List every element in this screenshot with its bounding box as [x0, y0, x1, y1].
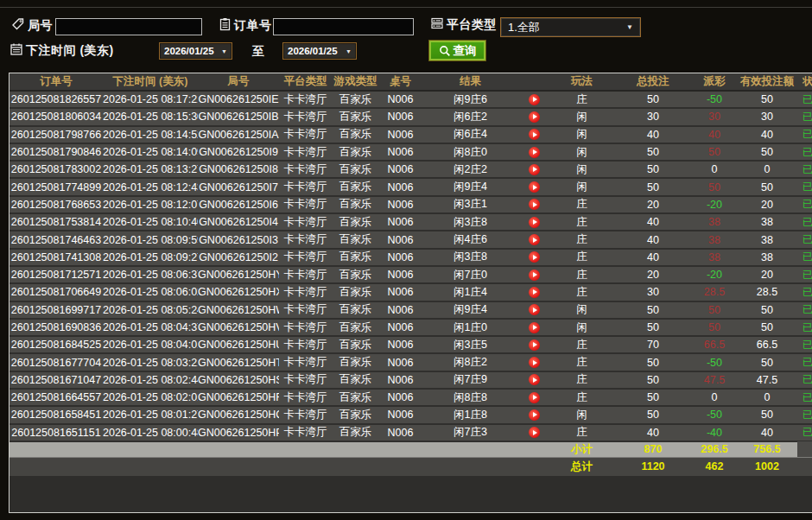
cell-play: 庄	[549, 338, 614, 352]
play-icon[interactable]	[529, 287, 540, 298]
play-icon[interactable]	[529, 147, 540, 158]
play-icon[interactable]	[529, 304, 540, 315]
cell-status: 已结算	[797, 215, 812, 230]
cell-play-icon	[519, 392, 549, 403]
date-to-select[interactable]: 2026/01/25 ▼	[282, 42, 357, 60]
cell-play-icon	[519, 234, 549, 245]
cell-platform: 卡卡湾厅	[279, 355, 332, 370]
cell-total-bet: 50	[614, 93, 692, 105]
date-from-select[interactable]: 2026/01/25 ▼	[159, 42, 232, 60]
table-row[interactable]: 2601250818265572026-01-25 08:17:21GN0062…	[10, 92, 812, 109]
cell-play: 庄	[549, 232, 614, 247]
order-no-filter: 订单号	[219, 17, 272, 35]
column-header-result: 结果	[422, 74, 519, 89]
cell-play-icon	[519, 427, 549, 438]
play-icon[interactable]	[529, 392, 540, 403]
cell-status: 已结算	[797, 320, 812, 335]
cell-platform: 卡卡湾厅	[279, 390, 332, 405]
cell-payout: 38	[692, 251, 737, 263]
cell-order: 260125081684525	[10, 339, 103, 351]
cell-table-no: N006	[379, 111, 422, 123]
play-icon[interactable]	[529, 129, 540, 140]
play-icon[interactable]	[529, 94, 540, 105]
table-row[interactable]: 2601250816845252026-01-25 08:04:01GN0062…	[10, 337, 812, 354]
cell-time: 2026-01-25 08:17:21	[103, 93, 198, 105]
column-header-payout: 派彩	[692, 74, 737, 89]
play-icon[interactable]	[529, 374, 540, 385]
cell-order: 260125081677704	[10, 357, 103, 369]
cell-game-no: GN006261250IB	[198, 111, 279, 123]
cell-payout: 38	[692, 216, 737, 228]
table-row[interactable]: 2601250816645572026-01-25 08:02:01GN0062…	[10, 390, 812, 407]
play-icon[interactable]	[529, 251, 540, 263]
table-row[interactable]: 2601250816777042026-01-25 08:03:21GN0062…	[10, 354, 812, 371]
cell-platform: 卡卡湾厅	[279, 408, 332, 422]
total-play: 总计	[549, 460, 614, 474]
cell-game-type: 百家乐	[332, 110, 379, 124]
query-button[interactable]: 查询	[428, 40, 486, 61]
cell-platform: 卡卡湾厅	[279, 372, 332, 387]
cell-valid-bet: 38	[737, 251, 797, 263]
cell-game-type: 百家乐	[332, 408, 379, 422]
cell-platform: 卡卡湾厅	[279, 250, 332, 264]
order-no-input[interactable]	[273, 18, 414, 35]
cell-play-icon	[519, 251, 549, 263]
cell-time: 2026-01-25 08:09:59	[103, 234, 198, 246]
table-row[interactable]: 2601250816908362026-01-25 08:04:37GN0062…	[10, 320, 812, 337]
cell-total-bet: 50	[614, 391, 692, 403]
play-icon[interactable]	[529, 199, 540, 210]
table-row[interactable]: 2601250817830022026-01-25 08:13:27GN0062…	[10, 162, 812, 179]
cell-order: 260125081783002	[10, 163, 103, 175]
cell-time: 2026-01-25 08:00:48	[103, 427, 198, 439]
total-total-bet: 1120	[614, 460, 692, 472]
table-row[interactable]: 2601250818060342026-01-25 08:15:30GN0062…	[10, 109, 812, 126]
cell-time: 2026-01-25 08:14:09	[103, 146, 198, 158]
play-icon[interactable]	[529, 409, 540, 421]
table-row[interactable]: 2601250816710472026-01-25 08:02:44GN0062…	[10, 372, 812, 390]
play-icon[interactable]	[529, 270, 540, 281]
play-icon[interactable]	[529, 217, 540, 228]
cell-platform: 卡卡湾厅	[279, 232, 332, 247]
cell-play-icon	[519, 304, 549, 315]
table-row[interactable]: 2601250817413082026-01-25 08:09:27GN0062…	[10, 250, 812, 267]
table-row[interactable]: 2601250817538142026-01-25 08:10:40GN0062…	[10, 214, 812, 231]
play-icon[interactable]	[529, 357, 540, 368]
cell-game-no: GN006261250IE	[198, 93, 279, 105]
table-row[interactable]: 2601250816997172026-01-25 08:05:24GN0062…	[10, 302, 812, 320]
play-icon[interactable]	[529, 164, 540, 175]
cell-time: 2026-01-25 08:05:24	[103, 304, 198, 316]
play-icon[interactable]	[529, 322, 540, 333]
play-icon[interactable]	[529, 234, 540, 245]
table-row[interactable]: 2601250816511512026-01-25 08:00:48GN0062…	[10, 425, 812, 442]
cell-time: 2026-01-25 08:09:27	[103, 251, 198, 263]
game-no-input[interactable]	[55, 18, 202, 35]
table-row[interactable]: 2601250817125712026-01-25 08:06:37GN0062…	[10, 267, 812, 284]
table-row[interactable]: 2601250816584512026-01-25 08:01:27GN0062…	[10, 407, 812, 424]
table-row[interactable]: 2601250817748992026-01-25 08:12:43GN0062…	[10, 179, 812, 196]
table-row[interactable]: 2601250817908462026-01-25 08:14:09GN0062…	[10, 144, 812, 162]
table-row[interactable]: 2601250817987662026-01-25 08:14:52GN0062…	[10, 127, 812, 144]
table-row[interactable]: 2601250817686532026-01-25 08:12:07GN0062…	[10, 197, 812, 214]
cell-platform: 卡卡湾厅	[279, 180, 332, 194]
cell-status: 已结算	[797, 127, 812, 142]
cell-platform: 卡卡湾厅	[279, 425, 332, 440]
play-icon[interactable]	[529, 111, 540, 123]
bet-records-table: 订单号下注时间 (美东)局号平台类型游戏类型桌号结果玩法总投注派彩有效投注额状态…	[9, 73, 812, 513]
play-icon[interactable]	[529, 339, 540, 351]
platform-select-value: 1.全部	[508, 20, 540, 35]
cell-payout: 28.5	[692, 286, 737, 298]
play-icon[interactable]	[529, 427, 540, 438]
cell-play: 庄	[549, 390, 614, 405]
cell-valid-bet: 50	[737, 409, 797, 421]
date-to-label: 至	[252, 44, 265, 60]
cell-result: 闲1庄8	[422, 408, 519, 422]
table-row[interactable]: 2601250817464632026-01-25 08:09:59GN0062…	[10, 231, 812, 249]
cell-game-type: 百家乐	[332, 215, 379, 230]
cell-platform: 卡卡湾厅	[279, 127, 332, 142]
cell-time: 2026-01-25 08:15:30	[103, 111, 198, 123]
cell-time: 2026-01-25 08:12:43	[103, 181, 198, 193]
platform-select[interactable]: 1.全部 ▼	[500, 17, 641, 37]
table-row[interactable]: 2601250817066492026-01-25 08:06:02GN0062…	[10, 284, 812, 301]
play-icon[interactable]	[529, 181, 540, 193]
cell-play: 庄	[549, 268, 614, 282]
